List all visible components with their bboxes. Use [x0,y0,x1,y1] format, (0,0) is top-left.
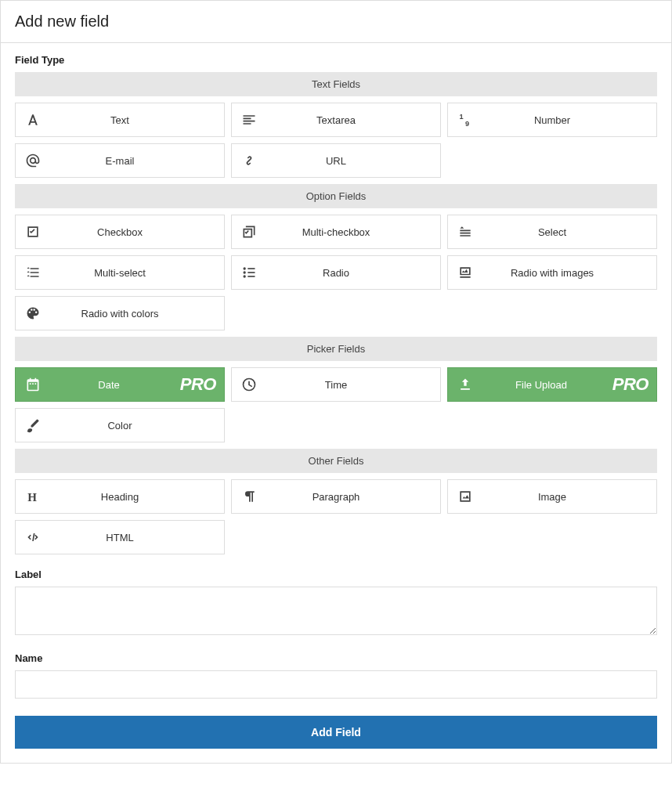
field-type-number[interactable]: 19Number [447,103,657,137]
select-icon [448,224,482,240]
field-type-label: Multi-select [50,267,224,279]
field-type-grid: HHeadingParagraphImageHTML [15,479,657,554]
field-type-html[interactable]: HTML [15,520,225,554]
brush-icon [16,417,50,433]
field-type-label: Image [482,491,656,503]
image-radio-icon [448,265,482,280]
calendar-icon [16,377,50,392]
field-type-label: E-mail [50,155,224,167]
field-type-image[interactable]: Image [447,479,657,514]
field-type-label: Textarea [266,114,440,126]
field-type-label: Heading [50,491,224,503]
label-input[interactable] [15,587,657,635]
label-row: Label [15,569,657,638]
field-type-multi-checkbox[interactable]: Multi-checkbox [231,215,441,249]
field-type-label: URL [266,155,440,167]
group-header: Other Fields [15,449,657,473]
align-left-icon [232,112,266,128]
field-type-heading[interactable]: HHeading [15,479,225,514]
group-header: Picker Fields [15,337,657,361]
field-type-label: Radio with images [482,267,656,279]
field-type-url[interactable]: URL [231,143,441,178]
field-type-checkbox[interactable]: Checkbox [15,215,225,249]
svg-point-3 [244,271,246,273]
field-type-label: HTML [50,532,224,543]
clock-icon [232,377,266,392]
field-type-label: Multi-checkbox [266,226,440,238]
label-field-label: Label [15,569,657,580]
paragraph-icon [232,489,266,504]
svg-text:H: H [27,491,37,504]
group-header: Option Fields [15,184,657,208]
field-type-label: Number [482,114,656,126]
palette-icon [16,305,50,321]
multi-select-icon [16,265,50,280]
image-icon [448,489,482,504]
field-type-radio-images[interactable]: Radio with images [447,255,657,290]
code-icon [16,529,50,545]
at-icon [16,153,50,168]
field-type-textarea[interactable]: Textarea [231,103,441,137]
add-field-panel: Add new field Field Type Text FieldsText… [0,0,672,764]
group-header: Text Fields [15,72,657,96]
field-type-multi-select[interactable]: Multi-select [15,255,225,290]
svg-point-2 [244,267,246,269]
field-type-grid: DatePROTimeFile UploadPROColor [15,367,657,442]
pro-badge: PRO [180,374,216,395]
name-input[interactable] [15,670,657,699]
svg-text:1: 1 [460,113,464,121]
field-type-grid: TextTextarea19NumberE-mailURL [15,103,657,178]
pro-badge: PRO [612,374,649,395]
field-type-label: Time [266,379,440,391]
upload-icon [448,377,482,392]
add-field-button[interactable]: Add Field [15,716,657,749]
panel-title: Add new field [1,1,671,43]
field-type-label: Select [482,226,656,238]
name-field-label: Name [15,652,657,664]
field-type-label: Paragraph [266,491,440,503]
link-icon [232,153,266,168]
field-type-color[interactable]: Color [15,408,225,442]
field-type-radio-colors[interactable]: Radio with colors [15,296,225,330]
field-type-text[interactable]: Text [15,103,225,137]
field-type-label: Radio with colors [50,308,224,320]
radio-icon [232,265,266,280]
field-type-grid: CheckboxMulti-checkboxSelectMulti-select… [15,215,657,330]
field-type-select[interactable]: Select [447,215,657,249]
field-type-label: Text [50,114,224,126]
svg-point-4 [244,275,246,277]
font-icon [16,112,50,128]
checkbox-icon [16,224,50,240]
multi-checkbox-icon [232,224,266,240]
number-icon: 19 [448,112,482,128]
svg-text:9: 9 [465,120,469,128]
field-type-label: Radio [266,267,440,279]
field-type-label: Field Type [15,54,657,66]
field-type-time[interactable]: Time [231,367,441,402]
field-type-date[interactable]: DatePRO [15,367,225,402]
heading-icon: H [16,489,50,504]
name-row: Name [15,652,657,699]
field-type-label: Checkbox [50,226,224,238]
panel-body: Field Type Text FieldsTextTextarea19Numb… [1,43,671,763]
field-type-file-upload[interactable]: File UploadPRO [447,367,657,402]
field-type-email[interactable]: E-mail [15,143,225,178]
field-type-label: Color [50,420,224,431]
field-type-radio[interactable]: Radio [231,255,441,290]
field-type-paragraph[interactable]: Paragraph [231,479,441,514]
